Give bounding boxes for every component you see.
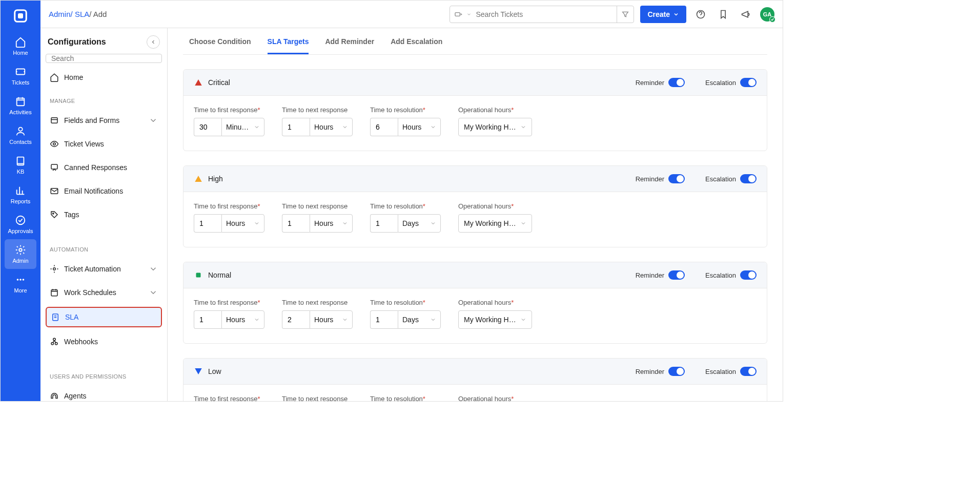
create-button[interactable]: Create xyxy=(640,6,686,23)
tab-sla-targets[interactable]: SLA Targets xyxy=(268,37,309,54)
next-response-value[interactable] xyxy=(282,310,310,329)
chevron-down-icon xyxy=(673,11,679,17)
search-filter[interactable] xyxy=(617,6,629,23)
breadcrumb-sla[interactable]: SLA xyxy=(75,10,89,18)
cfg-tags[interactable]: Tags xyxy=(46,205,162,224)
section-manage: MANAGE xyxy=(46,92,162,106)
resolution-label: Time to resolution* xyxy=(370,106,441,114)
cfg-ticket-automation[interactable]: Ticket Automation xyxy=(46,260,162,278)
escalation-switch[interactable] xyxy=(740,270,757,280)
nav-approvals[interactable]: Approvals xyxy=(1,209,40,239)
first-response-unit[interactable]: Minut… xyxy=(221,118,264,136)
reminder-label: Reminder xyxy=(636,271,664,279)
resolution-label: Time to resolution* xyxy=(370,299,441,306)
megaphone-icon[interactable] xyxy=(738,6,754,23)
svg-point-17 xyxy=(53,213,54,214)
op-hours-label: Operational hours* xyxy=(458,106,532,114)
next-response-value[interactable] xyxy=(282,118,310,136)
first-response-unit[interactable]: Hours xyxy=(221,310,264,329)
help-icon[interactable] xyxy=(692,6,709,23)
config-search[interactable] xyxy=(46,54,162,63)
resolution-unit[interactable]: Days xyxy=(398,310,441,329)
ticket-type-icon[interactable] xyxy=(454,10,462,18)
escalation-switch[interactable] xyxy=(740,367,757,376)
priority-label: High xyxy=(208,175,223,183)
nav-more[interactable]: More xyxy=(1,269,40,299)
priority-label: Low xyxy=(208,367,221,375)
op-hours-select[interactable]: My Working H… xyxy=(458,214,532,233)
first-response-unit[interactable]: Hours xyxy=(221,214,264,233)
first-response-label: Time to first response* xyxy=(194,106,264,114)
reminder-label: Reminder xyxy=(636,79,664,87)
search-input[interactable] xyxy=(476,10,612,18)
cfg-fields[interactable]: Fields and Forms xyxy=(46,111,162,130)
global-search[interactable] xyxy=(450,6,634,23)
chevron-down-icon[interactable] xyxy=(466,12,472,17)
svg-point-4 xyxy=(18,128,22,131)
chevron-down-icon xyxy=(149,288,158,297)
nav-kb[interactable]: KB xyxy=(1,150,40,180)
first-response-value[interactable] xyxy=(194,310,221,329)
resolution-value[interactable] xyxy=(370,214,398,233)
cfg-sla[interactable]: SLA xyxy=(46,307,162,327)
first-response-value[interactable] xyxy=(194,118,221,136)
next-response-value[interactable] xyxy=(282,214,310,233)
nav-rail: Home Tickets Activities Contacts KB Repo… xyxy=(1,1,40,401)
cfg-work-schedules[interactable]: Work Schedules xyxy=(46,283,162,302)
cfg-webhooks[interactable]: Webhooks xyxy=(46,332,162,351)
cfg-ws-label: Work Schedules xyxy=(64,288,116,297)
reminder-switch[interactable] xyxy=(668,270,685,280)
content-row: Configurations Home MANAGE Fields and Fo… xyxy=(40,28,783,401)
tab-escalation[interactable]: Add Escalation xyxy=(391,37,442,54)
app-logo xyxy=(9,5,32,27)
priority-icon xyxy=(194,367,203,376)
next-response-unit[interactable]: Hours xyxy=(310,214,353,233)
escalation-switch[interactable] xyxy=(740,78,757,87)
svg-rect-1 xyxy=(18,13,23,18)
cfg-email[interactable]: Email Notifications xyxy=(46,182,162,200)
svg-rect-2 xyxy=(16,69,25,75)
op-hours-select[interactable]: My Working H… xyxy=(458,310,532,329)
cfg-email-label: Email Notifications xyxy=(64,187,123,195)
cfg-home-label: Home xyxy=(64,73,83,81)
resolution-unit[interactable]: Days xyxy=(398,214,441,233)
resolution-unit[interactable]: Hours xyxy=(398,118,441,136)
user-avatar[interactable]: GA xyxy=(760,7,774,22)
breadcrumb-admin[interactable]: Admin xyxy=(49,10,71,18)
tab-condition[interactable]: Choose Condition xyxy=(189,37,251,54)
nav-tickets[interactable]: Tickets xyxy=(1,61,40,91)
nav-home[interactable]: Home xyxy=(1,31,40,61)
svg-rect-3 xyxy=(17,98,25,106)
cfg-canned-label: Canned Responses xyxy=(64,163,127,172)
reminder-switch[interactable] xyxy=(668,367,685,376)
svg-rect-11 xyxy=(455,12,460,16)
nav-reports[interactable]: Reports xyxy=(1,180,40,209)
nav-contacts[interactable]: Contacts xyxy=(1,120,40,150)
nav-activities[interactable]: Activities xyxy=(1,91,40,120)
next-response-unit[interactable]: Hours xyxy=(310,118,353,136)
next-response-unit[interactable]: Hours xyxy=(310,310,353,329)
config-search-input[interactable] xyxy=(51,54,156,62)
nav-kb-label: KB xyxy=(17,169,25,175)
escalation-switch[interactable] xyxy=(740,174,757,183)
filter-icon xyxy=(621,10,629,18)
resolution-label: Time to resolution* xyxy=(370,395,441,401)
cfg-canned[interactable]: Canned Responses xyxy=(46,158,162,177)
svg-point-10 xyxy=(23,279,25,281)
cfg-agents[interactable]: Agents xyxy=(46,387,162,401)
cfg-views[interactable]: Ticket Views xyxy=(46,135,162,153)
nav-admin[interactable]: Admin xyxy=(5,239,36,269)
online-badge xyxy=(769,16,775,23)
tab-reminder[interactable]: Add Reminder xyxy=(325,37,374,54)
svg-rect-15 xyxy=(51,164,57,169)
reminder-switch[interactable] xyxy=(668,78,685,87)
collapse-sidebar[interactable] xyxy=(147,35,160,49)
resolution-value[interactable] xyxy=(370,118,398,136)
resolution-value[interactable] xyxy=(370,310,398,329)
bookmark-icon[interactable] xyxy=(715,6,731,23)
first-response-value[interactable] xyxy=(194,214,221,233)
reminder-switch[interactable] xyxy=(668,174,685,183)
op-hours-select[interactable]: My Working H… xyxy=(458,118,532,136)
svg-point-9 xyxy=(19,279,22,281)
cfg-home[interactable]: Home xyxy=(46,68,162,87)
